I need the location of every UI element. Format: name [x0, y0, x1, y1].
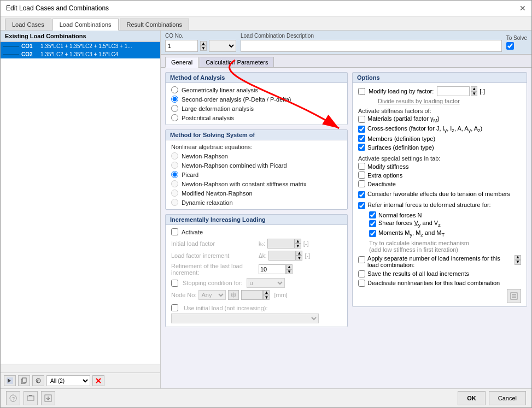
node-input[interactable] — [241, 290, 263, 300]
import-button[interactable] — [41, 391, 55, 405]
co-no-up[interactable]: ▲ — [200, 41, 207, 46]
members-checkbox[interactable] — [358, 135, 365, 142]
radio-dynamic-relaxation-label[interactable]: Dynamic relaxation — [182, 199, 233, 206]
tab-general[interactable]: General — [165, 57, 198, 68]
radio-newton-constant-input[interactable] — [171, 180, 178, 187]
radio-geom-lin-label[interactable]: Geometrically linear analysis — [182, 87, 258, 93]
tab-load-cases[interactable]: Load Cases — [5, 19, 51, 30]
node-select[interactable]: Any — [198, 290, 226, 300]
surfaces-checkbox[interactable] — [358, 144, 365, 151]
radio-newton-picard-input[interactable] — [171, 162, 178, 169]
apply-sep-checkbox[interactable] — [358, 256, 365, 263]
modify-down[interactable]: ▼ — [471, 91, 477, 96]
initial-load-input[interactable] — [267, 239, 295, 249]
stopping-label[interactable]: Stopping condition for: — [183, 280, 242, 286]
radio-dynamic-relaxation-input[interactable] — [171, 199, 178, 206]
co-type-select[interactable] — [209, 40, 236, 52]
materials-checkbox[interactable] — [358, 116, 365, 123]
node-pick-button[interactable] — [228, 290, 239, 300]
modify-loading-label[interactable]: Modify loading by factor: — [369, 88, 434, 94]
load-factor-up[interactable]: ▲ — [296, 251, 302, 256]
co-desc-input[interactable] — [241, 40, 502, 52]
combo-row-1[interactable]: CO1 1.35*LC1 + 1.35*LC2 + 1.5*LC3 + 1... — [1, 42, 160, 50]
radio-newton-picard-label[interactable]: Newton-Raphson combined with Picard — [182, 162, 287, 169]
radio-postcritical-label[interactable]: Postcritical analysis — [182, 115, 234, 121]
normal-forces-checkbox[interactable] — [369, 211, 376, 218]
tab-calc-params[interactable]: Calculation Parameters — [200, 57, 274, 67]
load-factor-input[interactable] — [268, 251, 296, 261]
horizontal-scrollbar[interactable] — [1, 364, 160, 372]
apply-sep-label[interactable]: Apply separate number of load increments… — [367, 255, 512, 268]
initial-load-up[interactable]: ▲ — [295, 239, 301, 244]
all-select[interactable]: All (2) — [46, 375, 90, 386]
modify-stiffness-label[interactable]: Modify stiffness — [367, 163, 409, 170]
normal-forces-label[interactable]: Normal forces N — [378, 212, 422, 218]
radio-geom-lin-input[interactable] — [171, 86, 178, 93]
activate-label[interactable]: Activate — [182, 229, 203, 235]
radio-postcritical-input[interactable] — [171, 114, 178, 121]
export-button[interactable] — [24, 391, 38, 405]
radio-newton-raphson-input[interactable] — [171, 152, 178, 159]
radio-large-deform-input[interactable] — [171, 105, 178, 112]
co-no-down[interactable]: ▼ — [200, 46, 207, 51]
tab-result-combinations[interactable]: Result Combinations — [120, 19, 190, 30]
add-button[interactable] — [4, 375, 16, 386]
deactivate-checkbox[interactable] — [358, 180, 365, 187]
cancel-button[interactable]: Cancel — [489, 391, 526, 405]
radio-picard-label[interactable]: Picard — [182, 172, 198, 178]
copy-button[interactable] — [18, 375, 30, 386]
radio-large-deform-label[interactable]: Large deformation analysis — [182, 105, 254, 112]
radio-newton-raphson-label[interactable]: Newton-Raphson — [182, 153, 228, 159]
deact-nonlin-label[interactable]: Deactivate nonlinearities for this load … — [367, 280, 500, 286]
modify-stiffness-checkbox[interactable] — [358, 163, 365, 170]
refer-checkbox[interactable] — [358, 202, 365, 209]
activate-checkbox[interactable] — [171, 228, 178, 235]
radio-modified-newton-input[interactable] — [171, 190, 178, 197]
refinement-input[interactable] — [259, 264, 286, 274]
modify-loading-checkbox[interactable] — [358, 88, 365, 95]
save-results-label[interactable]: Save the results of all load increments — [367, 270, 469, 277]
refinement-up[interactable]: ▲ — [286, 264, 293, 269]
stopping-select[interactable]: u — [247, 278, 285, 288]
ref-button[interactable]: B — [32, 375, 44, 386]
close-button[interactable]: ✕ — [519, 4, 526, 13]
modify-up[interactable]: ▲ — [471, 86, 477, 91]
radio-newton-constant-label[interactable]: Newton-Raphson with constant stiffness m… — [182, 181, 306, 187]
ok-button[interactable]: OK — [458, 391, 486, 405]
delete-button[interactable] — [92, 375, 104, 386]
cross-sections-checkbox[interactable] — [358, 126, 365, 133]
radio-picard-input[interactable] — [171, 171, 178, 178]
refinement-down[interactable]: ▼ — [286, 269, 293, 274]
node-down[interactable]: ▼ — [263, 295, 270, 300]
radio-modified-newton-label[interactable]: Modified Newton-Raphson — [182, 190, 253, 197]
help-button[interactable]: ? — [6, 391, 20, 405]
combo-row-2[interactable]: CO2 1.35*LC2 + 1.35*LC3 + 1.5*LC4 — [1, 50, 160, 58]
tab-load-combinations[interactable]: Load Combinations — [52, 19, 119, 31]
co-no-input[interactable] — [165, 40, 198, 52]
radio-second-order-input[interactable] — [171, 96, 178, 103]
modify-loading-input[interactable] — [437, 86, 470, 96]
deact-nonlin-checkbox[interactable] — [358, 280, 365, 287]
consider-checkbox[interactable] — [358, 191, 365, 198]
save-results-checkbox[interactable] — [358, 270, 365, 277]
apply-down[interactable]: ▼ — [515, 260, 521, 265]
options-icon-btn[interactable] — [507, 289, 521, 303]
main-window: Edit Load Cases and Combinations ✕ Load … — [0, 0, 532, 408]
use-initial-checkbox[interactable] — [171, 304, 178, 311]
extra-options-checkbox[interactable] — [358, 172, 365, 179]
use-initial-select[interactable] — [171, 314, 319, 323]
node-up[interactable]: ▲ — [263, 290, 270, 295]
stopping-checkbox[interactable] — [171, 280, 178, 287]
consider-label[interactable]: Consider favorable effects due to tensio… — [367, 191, 521, 197]
radio-second-order-label[interactable]: Second-order analysis (P-Delta / P-delta… — [182, 96, 291, 103]
surfaces-label[interactable]: Surfaces (definition type) — [367, 144, 434, 151]
shear-forces-checkbox[interactable] — [369, 220, 376, 227]
extra-options-label[interactable]: Extra options — [367, 172, 402, 179]
use-initial-label[interactable]: Use initial load (not increasing): — [184, 305, 267, 311]
load-factor-down[interactable]: ▼ — [296, 256, 302, 261]
members-label[interactable]: Members (definition type) — [367, 135, 435, 142]
deactivate-label[interactable]: Deactivate — [367, 181, 396, 187]
co-solve-checkbox[interactable] — [506, 42, 514, 50]
initial-load-down[interactable]: ▼ — [295, 244, 301, 249]
moments-checkbox[interactable] — [369, 230, 376, 237]
